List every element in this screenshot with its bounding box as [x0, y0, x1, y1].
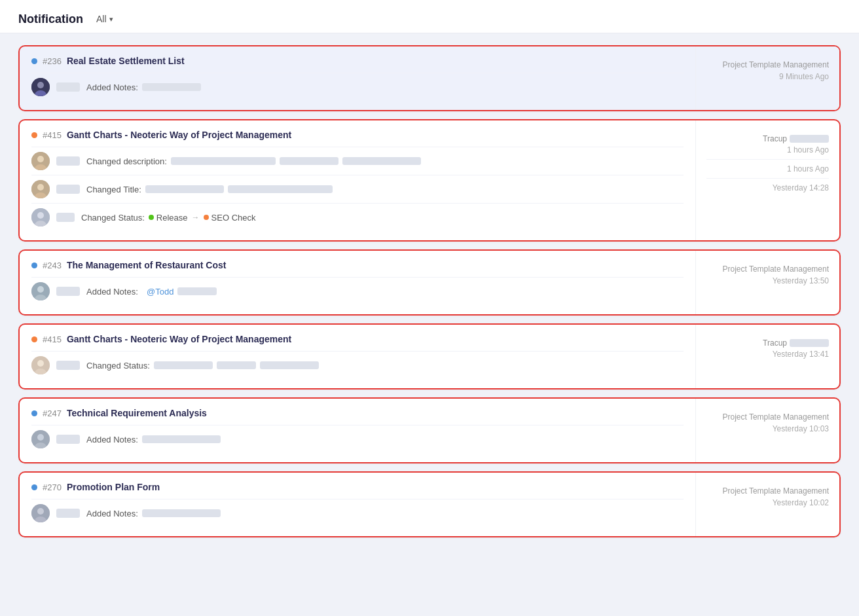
time-label: Yesterday 13:50	[773, 276, 829, 285]
status-blurred3	[260, 361, 319, 369]
right-section: Project Template Management Yesterday 10…	[706, 408, 829, 438]
note-blurred	[142, 435, 221, 443]
avatar	[31, 208, 50, 226]
right-row: Tracup 1 hours Ago	[706, 130, 829, 159]
note-blurred	[177, 287, 217, 295]
desc-blurred	[171, 157, 276, 165]
time-label: Yesterday 10:02	[773, 498, 829, 507]
notification-item[interactable]: #415 Gantt Charts - Neoteric Way of Proj…	[18, 119, 841, 242]
time-label: 9 Minutes Ago	[779, 72, 829, 81]
avatar	[31, 152, 50, 170]
page-header: Notification All ▾	[0, 0, 859, 33]
item-id: #415	[43, 335, 62, 344]
svg-point-19	[37, 434, 44, 441]
filter-button[interactable]: All ▾	[91, 12, 119, 26]
user-name-blurred	[56, 287, 80, 296]
activity-text: Changed description:	[86, 156, 421, 166]
avatar	[31, 504, 50, 522]
item-id: #236	[43, 56, 62, 66]
chevron-down-icon: ▾	[109, 15, 113, 24]
notification-left: #236 Real Estate Settlement List Added N…	[20, 46, 695, 110]
item-title: Promotion Plan Form	[67, 482, 160, 492]
right-section: Project Template Management Yesterday 13…	[706, 260, 829, 290]
activity-row: Changed Status: Release → SEO Check	[31, 203, 684, 231]
notification-right: Tracup 1 hours Ago 1 hours Ago Yesterday…	[695, 120, 839, 240]
tracup-text: Tracup	[763, 338, 787, 348]
item-title: Gantt Charts - Neoteric Way of Project M…	[67, 130, 291, 140]
activity-text: Added Notes:	[86, 435, 221, 444]
status-to-label: SEO Check	[211, 213, 256, 223]
notification-item[interactable]: #243 The Management of Restaurant Cost A…	[18, 249, 841, 316]
user-name-blurred	[56, 156, 80, 166]
title-blurred2	[228, 185, 333, 193]
status-dot-blue	[31, 484, 37, 490]
activity-row: Changed Status:	[31, 351, 684, 379]
status-orange-dot	[204, 215, 209, 220]
tracup-blurred	[790, 339, 829, 347]
notification-item[interactable]: #236 Real Estate Settlement List Added N…	[18, 45, 841, 111]
user-name-blurred	[56, 361, 80, 370]
right-row: Project Template Management Yesterday 13…	[706, 260, 829, 290]
notification-item[interactable]: #270 Promotion Plan Form Added Notes:	[18, 471, 841, 537]
tracup-label: Tracup	[763, 338, 829, 348]
activity-row: Added Notes:	[31, 425, 684, 453]
notification-right: Project Template Management Yesterday 13…	[695, 251, 839, 314]
avatar	[31, 78, 50, 96]
project-label: Project Template Management	[722, 60, 829, 69]
time-label: 1 hours Ago	[787, 164, 829, 173]
avatar	[31, 282, 50, 300]
svg-point-16	[37, 360, 44, 367]
avatar	[31, 180, 50, 198]
item-id: #415	[43, 130, 62, 140]
status-dot-orange	[31, 132, 37, 138]
right-section: Tracup 1 hours Ago 1 hours Ago Yesterday…	[706, 130, 829, 197]
activity-row: Added Notes:	[31, 73, 684, 101]
user-name-blurred	[56, 82, 80, 92]
notification-list: #236 Real Estate Settlement List Added N…	[0, 33, 859, 557]
activity-row: Changed description:	[31, 147, 684, 175]
item-header: #415 Gantt Charts - Neoteric Way of Proj…	[31, 334, 684, 344]
mention: @Todd	[147, 287, 174, 297]
status-from: Release	[149, 213, 188, 223]
activity-row: Added Notes:	[31, 499, 684, 527]
user-name-blurred	[56, 213, 75, 222]
time-label: Yesterday 10:03	[773, 424, 829, 433]
activity-text: Added Notes:	[86, 82, 201, 92]
notification-right: Project Template Management 9 Minutes Ag…	[695, 46, 839, 110]
item-title: Technical Requirement Analysis	[67, 408, 207, 418]
activity-text: Added Notes: @Todd	[86, 287, 217, 297]
activity-row: Added Notes: @Todd	[31, 277, 684, 305]
notification-item[interactable]: #415 Gantt Charts - Neoteric Way of Proj…	[18, 323, 841, 390]
filter-label: All	[96, 14, 107, 24]
item-header: #270 Promotion Plan Form	[31, 482, 684, 492]
time-label: 1 hours Ago	[787, 145, 829, 154]
title-blurred	[145, 185, 224, 193]
note-blurred	[142, 509, 221, 517]
svg-point-1	[37, 82, 44, 88]
notification-item[interactable]: #247 Technical Requirement Analysis Adde…	[18, 397, 841, 463]
status-dot-blue	[31, 263, 37, 268]
notification-left: #415 Gantt Charts - Neoteric Way of Proj…	[20, 120, 695, 240]
right-row: Project Template Management 9 Minutes Ag…	[706, 56, 829, 86]
svg-point-10	[37, 212, 44, 219]
time-label: Yesterday 14:28	[773, 183, 829, 192]
notification-right: Project Template Management Yesterday 10…	[695, 399, 839, 462]
item-title: The Management of Restaurant Cost	[67, 260, 226, 270]
item-header: #236 Real Estate Settlement List	[31, 56, 684, 66]
desc-blurred3	[342, 157, 421, 165]
status-dot-orange	[31, 336, 37, 342]
item-title: Real Estate Settlement List	[67, 56, 185, 66]
right-section: Project Template Management Yesterday 10…	[706, 482, 829, 512]
right-row: Project Template Management Yesterday 10…	[706, 408, 829, 438]
item-id: #247	[43, 408, 62, 418]
item-title: Gantt Charts - Neoteric Way of Project M…	[67, 334, 291, 344]
svg-point-4	[37, 156, 44, 162]
status-blurred1	[154, 361, 213, 369]
page-title: Notification	[18, 12, 83, 26]
status-dot-blue	[31, 410, 37, 416]
avatar	[31, 430, 50, 448]
project-label: Project Template Management	[722, 264, 829, 274]
tracup-label: Tracup	[763, 134, 829, 143]
activity-text: Changed Status: Release → SEO Check	[81, 213, 255, 223]
project-label: Project Template Management	[722, 486, 829, 496]
